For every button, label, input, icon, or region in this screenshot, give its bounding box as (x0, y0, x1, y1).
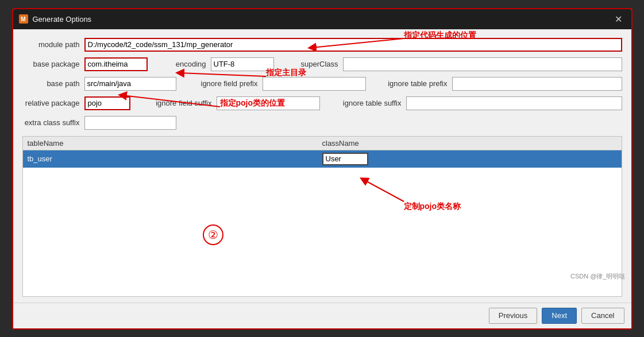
title-bar-left: M Generate Options (19, 14, 92, 24)
dialog-icon: M (19, 14, 28, 24)
relative-package-label: relative package (22, 99, 80, 107)
classname-edit-input[interactable] (322, 153, 368, 165)
next-button[interactable]: Next (542, 308, 577, 324)
previous-button[interactable]: Previous (489, 308, 538, 324)
table-header: tableName className (23, 137, 622, 150)
ignore-field-prefix-input[interactable] (263, 77, 366, 91)
relative-package-input[interactable] (84, 96, 130, 110)
base-package-label: base package (22, 60, 80, 68)
dialog-footer: Previous Next Cancel (13, 303, 631, 328)
table-section: tableName className tb_user (22, 136, 622, 297)
ignore-table-suffix-label: ignore table suffix (338, 99, 402, 107)
base-package-input[interactable] (84, 57, 148, 71)
superclass-input[interactable] (343, 57, 622, 71)
ignore-table-prefix-input[interactable] (452, 77, 622, 91)
cancel-button[interactable]: Cancel (581, 308, 624, 324)
module-path-label: module path (22, 40, 80, 49)
cell-tablename: tb_user (28, 154, 322, 163)
dialog-title: Generate Options (33, 15, 92, 24)
form-row-extra-class-suffix: extra class suffix (22, 115, 622, 130)
superclass-label: superClass (292, 60, 338, 68)
col-tablename: tableName (28, 139, 322, 148)
ignore-field-suffix-label: ignore field suffix (149, 99, 212, 107)
base-path-label: base path (22, 79, 80, 88)
encoding-label: encoding (166, 60, 206, 68)
table-row[interactable]: tb_user (23, 150, 622, 168)
dialog-body: 指定代码生成的位置 指定主目录 (13, 29, 631, 303)
ignore-field-prefix-label: ignore field prefix (195, 79, 258, 88)
form-row-relative-package: relative package ignore field suffix ign… (22, 96, 622, 111)
form-row-base-path: base path ignore field prefix ignore tab… (22, 76, 622, 91)
cell-classname (322, 153, 617, 165)
ignore-table-suffix-input[interactable] (406, 96, 622, 110)
form-row-module-path: module path (22, 37, 622, 52)
col-classname: className (322, 139, 617, 148)
module-path-input[interactable] (84, 38, 622, 52)
generate-options-dialog: M Generate Options ✕ 指定代码生成的位置 指定主目录 (12, 8, 633, 330)
title-bar: M Generate Options ✕ (13, 9, 631, 29)
close-button[interactable]: ✕ (611, 13, 626, 26)
watermark: CSDN @律_明明哒 (570, 272, 626, 281)
base-path-input[interactable] (84, 77, 176, 91)
encoding-input[interactable] (211, 57, 274, 71)
extra-class-suffix-label: extra class suffix (22, 118, 80, 127)
form-row-base-package: base package encoding superClass (22, 57, 622, 72)
extra-class-suffix-input[interactable] (84, 116, 176, 130)
form-section: module path base package encoding superC… (22, 37, 622, 130)
ignore-field-suffix-input[interactable] (217, 96, 320, 110)
ignore-table-prefix-label: ignore table prefix (384, 79, 448, 88)
